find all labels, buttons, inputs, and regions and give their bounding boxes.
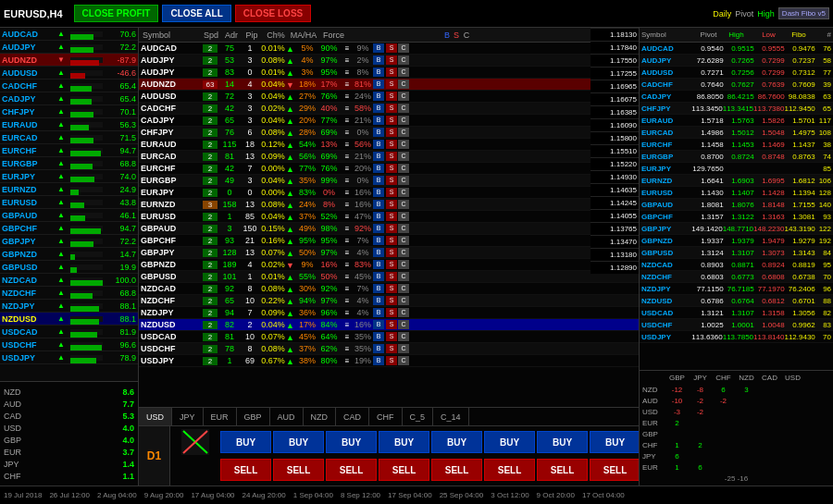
close-button[interactable]: C bbox=[398, 188, 409, 197]
close-button[interactable]: C bbox=[398, 308, 409, 317]
pair-row[interactable]: USDCHF ▲ 96.6 bbox=[0, 338, 138, 351]
sell-button[interactable]: S bbox=[386, 296, 397, 305]
sell-button[interactable]: S bbox=[386, 164, 397, 173]
pair-row[interactable]: EURAUD ▲ 56.3 bbox=[0, 118, 138, 131]
buy-button[interactable]: B bbox=[373, 332, 384, 341]
sell-button[interactable]: S bbox=[386, 55, 397, 65]
pair-row[interactable]: NZDUSD ▲ 88.1 bbox=[0, 313, 138, 326]
buy-button[interactable]: B bbox=[373, 92, 384, 101]
sell-button[interactable]: S bbox=[386, 344, 397, 353]
close-button[interactable]: C bbox=[398, 356, 409, 365]
buy-button-gbp[interactable]: BUY bbox=[379, 431, 429, 453]
close-button[interactable]: C bbox=[398, 236, 409, 245]
buy-button-usd[interactable]: BUY bbox=[220, 431, 271, 453]
buy-button[interactable]: B bbox=[373, 356, 384, 365]
buy-button[interactable]: B bbox=[373, 212, 384, 221]
sell-button[interactable]: S bbox=[386, 320, 397, 329]
buy-button[interactable]: B bbox=[373, 128, 384, 137]
buy-button[interactable]: B bbox=[373, 80, 384, 89]
buy-button[interactable]: B bbox=[373, 344, 384, 353]
pair-row[interactable]: AUDCAD ▲ 70.6 bbox=[0, 28, 138, 41]
close-button[interactable]: C bbox=[398, 176, 409, 185]
buy-button[interactable]: B bbox=[373, 55, 384, 65]
pair-row[interactable]: AUDUSD ▲ -46.6 bbox=[0, 67, 138, 80]
close-button[interactable]: C bbox=[398, 248, 409, 257]
close-button[interactable]: C bbox=[398, 140, 409, 149]
pair-row[interactable]: AUDJPY ▲ 72.2 bbox=[0, 41, 138, 54]
buy-button-cad[interactable]: BUY bbox=[537, 431, 588, 453]
sell-button-cad[interactable]: SELL bbox=[537, 459, 588, 481]
currency-tab-eur[interactable]: EUR bbox=[204, 408, 237, 425]
buy-button[interactable]: B bbox=[373, 152, 384, 161]
pair-row[interactable]: USDJPY ▲ 78.9 bbox=[0, 351, 138, 364]
pair-row[interactable]: EURJPY ▲ 74.0 bbox=[0, 170, 138, 183]
currency-tab-nzd[interactable]: NZD bbox=[304, 408, 337, 425]
buy-button[interactable]: B bbox=[373, 176, 384, 185]
close-button[interactable]: C bbox=[398, 200, 409, 209]
close-button[interactable]: C bbox=[398, 260, 409, 269]
close-button[interactable]: C bbox=[398, 224, 409, 233]
sell-button-chf[interactable]: SELL bbox=[590, 459, 639, 481]
buy-button[interactable]: B bbox=[373, 116, 384, 125]
close-button[interactable]: C bbox=[398, 296, 409, 305]
sell-button[interactable]: S bbox=[386, 140, 397, 149]
close-button[interactable]: C bbox=[398, 116, 409, 125]
sell-button[interactable]: S bbox=[386, 224, 397, 233]
buy-button[interactable]: B bbox=[373, 224, 384, 233]
pair-row[interactable]: NZDCAD ▲ 100.0 bbox=[0, 274, 138, 287]
close-button[interactable]: C bbox=[398, 344, 409, 353]
currency-tab-chf[interactable]: CHF bbox=[369, 408, 403, 425]
buy-button[interactable]: B bbox=[373, 200, 384, 209]
pair-row[interactable]: NZDCHF ▲ 68.8 bbox=[0, 287, 138, 300]
pair-row[interactable]: AUDNZD ▼ -87.9 bbox=[0, 54, 138, 67]
sell-button[interactable]: S bbox=[386, 68, 397, 77]
pair-row[interactable]: GBPAUD ▲ 46.1 bbox=[0, 209, 138, 222]
close-button[interactable]: C bbox=[398, 55, 409, 65]
pair-row[interactable]: EURGBP ▲ 68.8 bbox=[0, 157, 138, 170]
sell-button[interactable]: S bbox=[386, 176, 397, 185]
close-button[interactable]: C bbox=[398, 43, 409, 53]
buy-button[interactable]: B bbox=[373, 140, 384, 149]
sell-button-gbp[interactable]: SELL bbox=[379, 459, 429, 481]
sell-button[interactable]: S bbox=[386, 356, 397, 365]
pair-row[interactable]: EURNZD ▲ 24.9 bbox=[0, 183, 138, 196]
currency-tab-usd[interactable]: USD bbox=[139, 408, 172, 425]
buy-button[interactable]: B bbox=[373, 296, 384, 305]
close-button[interactable]: C bbox=[398, 80, 409, 89]
sell-button[interactable]: S bbox=[386, 128, 397, 137]
currency-tab-gbp[interactable]: GBP bbox=[237, 408, 270, 425]
close-button[interactable]: C bbox=[398, 164, 409, 173]
sell-button[interactable]: S bbox=[386, 92, 397, 101]
sell-button[interactable]: S bbox=[386, 272, 397, 281]
buy-button[interactable]: B bbox=[373, 308, 384, 317]
buy-button-nzd[interactable]: BUY bbox=[484, 431, 535, 453]
buy-button-jpy[interactable]: BUY bbox=[273, 431, 324, 453]
buy-button-chf[interactable]: BUY bbox=[590, 431, 639, 453]
sell-button[interactable]: S bbox=[386, 212, 397, 221]
close-button[interactable]: C bbox=[398, 284, 409, 293]
currency-tab-jpy[interactable]: JPY bbox=[172, 408, 204, 425]
sell-button[interactable]: S bbox=[386, 188, 397, 197]
pair-row[interactable]: EURUSD ▲ 43.8 bbox=[0, 196, 138, 209]
sell-button-nzd[interactable]: SELL bbox=[484, 459, 535, 481]
buy-button[interactable]: B bbox=[373, 104, 384, 113]
close-all-button[interactable]: CLOSE ALL bbox=[162, 5, 230, 22]
pair-row[interactable]: GBPUSD ▲ 19.9 bbox=[0, 261, 138, 274]
sell-button-jpy[interactable]: SELL bbox=[273, 459, 324, 481]
currency-tab-aud[interactable]: AUD bbox=[270, 408, 304, 425]
pair-row[interactable]: GBPNZD ▲ 14.7 bbox=[0, 248, 138, 261]
buy-button[interactable]: B bbox=[373, 188, 384, 197]
sell-button[interactable]: S bbox=[386, 260, 397, 269]
close-button[interactable]: C bbox=[398, 68, 409, 77]
buy-button[interactable]: B bbox=[373, 68, 384, 77]
sell-button-eur[interactable]: SELL bbox=[326, 459, 377, 481]
currency-tab-cad[interactable]: CAD bbox=[336, 408, 369, 425]
pair-row[interactable]: EURCHF ▲ 94.7 bbox=[0, 144, 138, 157]
sell-button[interactable]: S bbox=[386, 332, 397, 341]
sell-button[interactable]: S bbox=[386, 308, 397, 317]
sell-button[interactable]: S bbox=[386, 200, 397, 209]
buy-button[interactable]: B bbox=[373, 248, 384, 257]
pair-row[interactable]: CADCHF ▲ 65.4 bbox=[0, 80, 138, 92]
buy-button[interactable]: B bbox=[373, 236, 384, 245]
buy-button[interactable]: B bbox=[373, 260, 384, 269]
